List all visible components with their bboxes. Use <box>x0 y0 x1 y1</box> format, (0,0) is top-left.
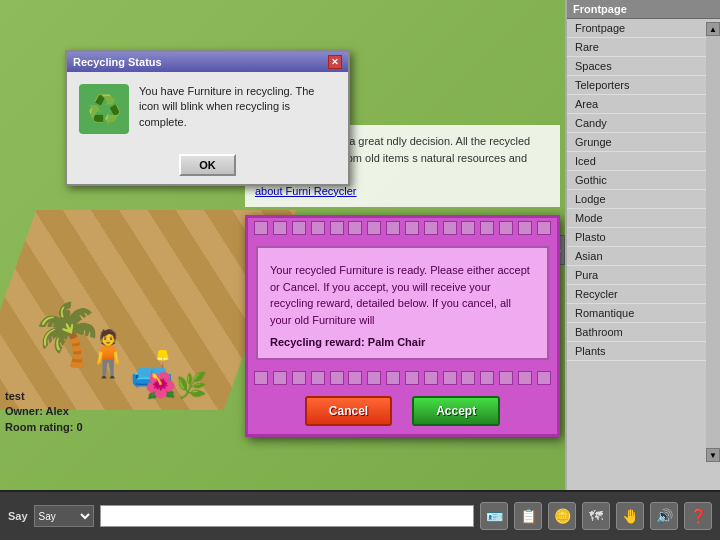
sidebar-item-rare[interactable]: Rare <box>567 38 720 57</box>
game-area: TROM 🌴 🧍 🛋️ 🌺🌿 test Owner: Alex Room rat… <box>0 0 565 490</box>
pip <box>518 371 532 385</box>
pip <box>292 221 306 235</box>
recycling-status-dialog: Recycling Status ✕ ♻️ You have Furniture… <box>65 50 350 186</box>
room-owner: Owner: Alex <box>5 404 83 419</box>
right-sidebar: Frontpage FrontpageRareSpacesTeleporters… <box>565 0 720 490</box>
pip <box>405 371 419 385</box>
bottom-bar: Say Say Shout Whisper 🪪 📋 🪙 🗺 🤚 🔊 ❓ <box>0 490 720 540</box>
main-dialog-inner: Your recycled Furniture is ready. Please… <box>256 246 549 360</box>
sidebar-item-iced[interactable]: Iced <box>567 152 720 171</box>
room-name: test <box>5 389 83 404</box>
scroll-up-button[interactable]: ▲ <box>706 22 720 36</box>
recycling-message: You have Furniture in recycling. The ico… <box>139 84 336 130</box>
volume-icon[interactable]: 🔊 <box>650 502 678 530</box>
pip <box>537 371 551 385</box>
sidebar-item-candy[interactable]: Candy <box>567 114 720 133</box>
recycling-titlebar: Recycling Status ✕ <box>67 52 348 72</box>
sidebar-item-plasto[interactable]: Plasto <box>567 228 720 247</box>
sidebar-item-asian[interactable]: Asian <box>567 247 720 266</box>
scroll-down-button[interactable]: ▼ <box>706 448 720 462</box>
sidebar-item-plants[interactable]: Plants <box>567 342 720 361</box>
sidebar-item-lodge[interactable]: Lodge <box>567 190 720 209</box>
main-recycler-dialog: Your recycled Furniture is ready. Please… <box>245 215 560 437</box>
sidebar-item-recycler[interactable]: Recycler <box>567 285 720 304</box>
recycling-content: ♻️ You have Furniture in recycling. The … <box>67 72 348 146</box>
dialog-reward: Recycling reward: Palm Chair <box>270 336 535 348</box>
pip <box>311 221 325 235</box>
pip <box>330 221 344 235</box>
cancel-button[interactable]: Cancel <box>305 396 392 426</box>
pip <box>443 221 457 235</box>
pip <box>537 221 551 235</box>
sidebar-item-spaces[interactable]: Spaces <box>567 57 720 76</box>
sidebar-item-bathroom[interactable]: Bathroom <box>567 323 720 342</box>
pip <box>273 371 287 385</box>
sidebar-item-mode[interactable]: Mode <box>567 209 720 228</box>
pip <box>311 371 325 385</box>
pip <box>254 221 268 235</box>
say-label: Say <box>8 510 28 522</box>
dialog-pip-row-top <box>248 218 557 238</box>
pip <box>330 371 344 385</box>
coins-icon[interactable]: 🪙 <box>548 502 576 530</box>
sidebar-item-gothic[interactable]: Gothic <box>567 171 720 190</box>
chat-input[interactable] <box>100 505 474 527</box>
pip <box>480 221 494 235</box>
sidebar-item-area[interactable]: Area <box>567 95 720 114</box>
pip <box>367 221 381 235</box>
catalog-icon[interactable]: 📋 <box>514 502 542 530</box>
plants-area: 🌺🌿 <box>145 371 207 400</box>
sidebar-item-grunge[interactable]: Grunge <box>567 133 720 152</box>
accept-button[interactable]: Accept <box>412 396 500 426</box>
pip <box>405 221 419 235</box>
room-rating: Room rating: 0 <box>5 420 83 435</box>
sidebar-items-container: FrontpageRareSpacesTeleportersAreaCandyG… <box>567 19 720 361</box>
sidebar-title: Frontpage <box>567 0 720 19</box>
pip <box>499 221 513 235</box>
pip <box>443 371 457 385</box>
pip <box>386 371 400 385</box>
pip <box>480 371 494 385</box>
pip <box>254 371 268 385</box>
pip <box>424 371 438 385</box>
sidebar-item-pura[interactable]: Pura <box>567 266 720 285</box>
recycling-close-button[interactable]: ✕ <box>328 55 342 69</box>
pip <box>273 221 287 235</box>
recycler-link[interactable]: about Furni Recycler <box>255 185 357 197</box>
dialog-text: Your recycled Furniture is ready. Please… <box>270 258 535 332</box>
say-dropdown[interactable]: Say Shout Whisper <box>34 505 94 527</box>
passport-icon[interactable]: 🪪 <box>480 502 508 530</box>
pip <box>518 221 532 235</box>
ok-button[interactable]: OK <box>179 154 236 176</box>
sidebar-item-romantique[interactable]: Romantique <box>567 304 720 323</box>
recycle-icon: ♻️ <box>79 84 129 134</box>
pip <box>386 221 400 235</box>
pip <box>367 371 381 385</box>
pip <box>461 221 475 235</box>
dialog-buttons: Cancel Accept <box>248 388 557 434</box>
character: 🧍 <box>80 327 136 380</box>
pip <box>499 371 513 385</box>
room-info: test Owner: Alex Room rating: 0 <box>5 389 83 435</box>
recycling-title: Recycling Status <box>73 56 162 68</box>
sidebar-item-frontpage[interactable]: Frontpage <box>567 19 720 38</box>
pip <box>424 221 438 235</box>
help-icon[interactable]: ❓ <box>684 502 712 530</box>
pip <box>461 371 475 385</box>
scroll-track <box>706 36 720 448</box>
navigator-icon[interactable]: 🗺 <box>582 502 610 530</box>
dialog-pip-row-bottom <box>248 368 557 388</box>
recycling-ok-area: OK <box>67 146 348 184</box>
pip <box>348 221 362 235</box>
sidebar-item-teleporters[interactable]: Teleporters <box>567 76 720 95</box>
friends-icon[interactable]: 🤚 <box>616 502 644 530</box>
sidebar-scroll[interactable]: ▲ ▼ <box>706 22 720 462</box>
pip <box>292 371 306 385</box>
pip <box>348 371 362 385</box>
